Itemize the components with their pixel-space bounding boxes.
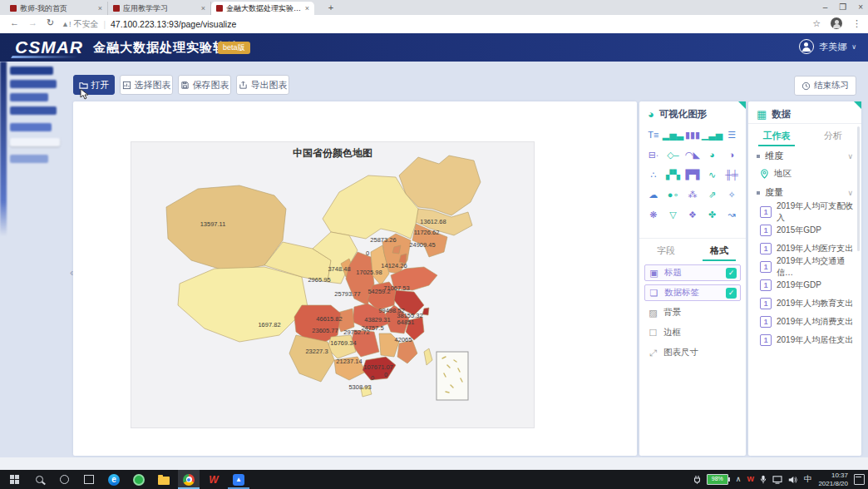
tab-close-icon[interactable]: × [201, 4, 205, 12]
province-shanghai[interactable] [422, 308, 429, 315]
measure-item[interactable]: 12019年人均消费支出 [760, 313, 858, 331]
map-value-label: 5308.93 [348, 383, 371, 391]
bar-chart-icon[interactable]: ▂▅▃ [663, 126, 683, 143]
bubble-chart-icon[interactable]: ●∘ [663, 186, 683, 203]
select-chart-button[interactable]: 选择图表 [120, 75, 173, 95]
format-option-title[interactable]: ▣标题✓ [644, 264, 741, 281]
tab-close-icon[interactable]: × [305, 4, 309, 12]
tab-close-icon[interactable]: × [98, 4, 102, 12]
wps-tray-icon[interactable]: W [747, 476, 754, 483]
search-icon[interactable] [28, 470, 50, 489]
word-cloud-icon[interactable]: ☁ [644, 186, 663, 203]
page-bottom-strip [0, 457, 868, 470]
panel-scrollbar[interactable] [857, 126, 860, 251]
tab-fields[interactable]: 字段 [639, 239, 693, 261]
microphone-icon[interactable] [760, 475, 767, 484]
dimension-item-region[interactable]: 地区 [760, 168, 792, 180]
format-option-border[interactable]: ☐边框 [644, 324, 741, 341]
browser-tab[interactable]: 应用教学学习× [108, 2, 211, 15]
province-tibet[interactable] [178, 267, 308, 342]
bookmark-star-icon[interactable]: ☆ [812, 18, 821, 29]
histogram-chart-icon[interactable]: ▁▃▅ [702, 126, 723, 143]
user-menu[interactable]: 李美娜 ∨ [799, 39, 856, 54]
new-tab-button[interactable]: + [324, 2, 338, 15]
ime-indicator[interactable]: 中 [803, 473, 813, 486]
radar-chart-icon[interactable]: ✧ [723, 186, 741, 203]
tab-analysis[interactable]: 分析 [805, 124, 861, 146]
checkbox-checked-icon[interactable]: ✓ [726, 268, 737, 279]
close-icon[interactable]: × [858, 1, 863, 14]
format-option-background[interactable]: ▨背景 [644, 304, 741, 321]
relation-graph-icon[interactable]: ❖ [683, 206, 702, 223]
horizontal-bar-chart-icon[interactable]: ☰ [723, 126, 741, 143]
province-yunnan[interactable] [289, 335, 334, 382]
tab-format[interactable]: 格式 [693, 239, 746, 261]
measure-item[interactable]: 12019年GDP [760, 276, 858, 294]
file-explorer-icon[interactable] [153, 470, 175, 489]
scatter-matrix-icon[interactable]: ⁂ [683, 186, 702, 203]
forward-icon[interactable]: → [28, 17, 37, 27]
browser-tab[interactable]: 教师-我的首页× [5, 2, 108, 15]
clock-icon [801, 82, 811, 91]
measure-item[interactable]: 12019年人均交通通信… [760, 258, 858, 276]
trend-scatter-icon[interactable]: ⇗ [702, 186, 723, 203]
reload-icon[interactable]: ↻ [47, 17, 54, 28]
column-chart-icon[interactable]: ▮▮▮ [683, 126, 702, 143]
windows-start-icon[interactable] [3, 470, 25, 489]
province-fujian[interactable] [397, 340, 417, 363]
green-browser-icon[interactable] [128, 470, 150, 489]
wps-office-icon[interactable]: W [203, 470, 224, 489]
format-option-chart-size[interactable]: ⤢图表尺寸 [644, 344, 741, 361]
tab-worksheet[interactable]: 工作表 [748, 124, 805, 146]
text-table-chart-icon[interactable]: T≡ [644, 126, 663, 143]
curve-fit-chart-icon[interactable]: ↝ [723, 206, 741, 223]
address-field[interactable]: ▲! 不安全 | 47.100.223.13:93/page/visualize [62, 18, 236, 30]
candlestick-chart-icon[interactable]: ╫╪ [723, 166, 741, 183]
measure-item[interactable]: 12015年GDP [760, 221, 858, 240]
china-map-chart-icon[interactable]: ✤ [702, 206, 723, 223]
notification-center-icon[interactable] [854, 474, 865, 485]
province-taiwan[interactable] [424, 348, 432, 365]
stacked-area-chart-icon[interactable]: ▞▚ [663, 166, 683, 183]
polygon-chart-icon[interactable]: ❋ [644, 206, 663, 223]
map-chart-panel[interactable]: 中国省份颜色地图 [131, 141, 535, 428]
browser-tab[interactable]: 金融大数据处理实验软件× [211, 2, 314, 15]
measure-item[interactable]: 12019年人均教育支出 [760, 294, 858, 313]
blue-app-icon[interactable]: ▲ [228, 470, 249, 489]
dimensions-section-header[interactable]: 维度 ∨ [757, 150, 853, 162]
province-xinjiang[interactable] [166, 185, 286, 272]
format-option-data-label[interactable]: ❏数据标签✓ [644, 284, 741, 301]
end-practice-button[interactable]: 结束练习 [794, 76, 856, 96]
cortana-icon[interactable] [53, 470, 75, 489]
taskbar-clock[interactable]: 10:372021/8/20 [818, 472, 848, 488]
minimize-icon[interactable]: – [823, 1, 828, 14]
tray-expand-icon[interactable]: ∧ [736, 476, 742, 483]
funnel-chart-icon[interactable]: ▽ [663, 206, 683, 223]
speaker-icon[interactable] [788, 476, 797, 484]
task-view-icon[interactable] [78, 470, 100, 489]
scatter-plot-icon[interactable]: ∴ [644, 166, 663, 183]
donut-chart-icon[interactable]: ◑ [723, 146, 741, 163]
battery-indicator[interactable]: 98% [707, 474, 730, 485]
measure-item[interactable]: 12019年人均可支配收入 [760, 203, 858, 221]
browser-profile-avatar[interactable] [831, 17, 842, 29]
map-value-label: 23605.77 [312, 327, 338, 334]
export-chart-button[interactable]: 导出图表 [236, 75, 289, 95]
restore-icon[interactable]: ❐ [839, 1, 846, 14]
measures-section-header[interactable]: 度量 ∨ [757, 186, 853, 199]
map-value-label: 54259.2 [367, 288, 390, 295]
measure-item[interactable]: 12019年人均居住支出 [760, 331, 858, 349]
save-chart-button[interactable]: 保存图表 [178, 75, 231, 95]
network-display-icon[interactable] [772, 476, 782, 484]
pie-chart-icon[interactable]: ◕ [702, 146, 723, 163]
checkbox-checked-icon[interactable]: ✓ [726, 288, 737, 299]
treemap-chart-icon[interactable]: ▛▜ [683, 166, 702, 183]
area-chart-icon[interactable]: ◠◣ [683, 146, 702, 163]
chrome-browser-icon[interactable] [178, 470, 200, 489]
flow-diagram-icon[interactable]: ◇– [663, 146, 683, 163]
browser-menu-icon[interactable]: ⋮ [852, 18, 861, 29]
back-icon[interactable]: ← [10, 17, 19, 27]
line-chart-icon[interactable]: ∿ [702, 166, 723, 183]
box-plot-icon[interactable]: ⊟∙ [644, 146, 663, 163]
edge-browser-icon[interactable]: e [103, 470, 125, 489]
